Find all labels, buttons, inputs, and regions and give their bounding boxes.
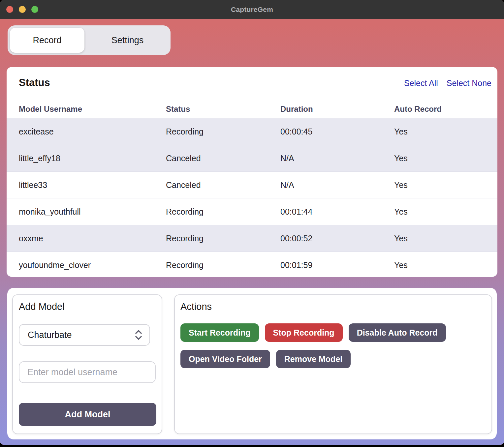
cell-model-username: excitease bbox=[12, 127, 159, 136]
site-select[interactable]: Chaturbate bbox=[19, 324, 150, 346]
status-title: Status bbox=[19, 77, 50, 89]
traffic-lights bbox=[6, 0, 38, 19]
cell-status: Recording bbox=[159, 260, 274, 270]
bottom-panel: Add Model Chaturbate Add Model Actions S… bbox=[7, 288, 497, 439]
close-button[interactable] bbox=[6, 6, 13, 13]
cell-auto-record: Yes bbox=[388, 260, 497, 270]
tab-record[interactable]: Record bbox=[10, 28, 84, 53]
actions-panel: Actions Start Recording Stop Recording D… bbox=[174, 294, 492, 434]
cell-model-username: littlee33 bbox=[12, 180, 159, 190]
site-select-value: Chaturbate bbox=[28, 330, 72, 340]
cell-model-username: oxxme bbox=[12, 234, 159, 243]
table-row[interactable]: monika_youthfull Recording 00:01:44 Yes bbox=[7, 198, 497, 225]
select-chevrons-icon bbox=[135, 329, 142, 341]
app-window: CaptureGem Record Settings Status Select… bbox=[0, 0, 504, 445]
cell-duration: N/A bbox=[274, 180, 388, 190]
table-row[interactable]: oxxme Recording 00:00:52 Yes bbox=[7, 225, 497, 252]
cell-duration: 00:00:45 bbox=[274, 127, 388, 136]
table-row[interactable]: excitease Recording 00:00:45 Yes bbox=[7, 118, 497, 145]
status-header: Status Select All Select None bbox=[7, 77, 497, 91]
cell-status: Recording bbox=[159, 127, 274, 136]
tab-bar: Record Settings bbox=[8, 25, 171, 55]
open-video-folder-button[interactable]: Open Video Folder bbox=[180, 350, 270, 368]
disable-auto-record-button[interactable]: Disable Auto Record bbox=[349, 323, 446, 342]
titlebar: CaptureGem bbox=[0, 0, 504, 19]
cell-auto-record: Yes bbox=[388, 154, 497, 163]
main-content: Record Settings Status Select All Select… bbox=[0, 25, 504, 445]
zoom-button[interactable] bbox=[31, 6, 38, 13]
cell-duration: N/A bbox=[274, 154, 388, 163]
table-row[interactable]: youfoundme_clover Recording 00:01:59 Yes bbox=[7, 252, 497, 277]
action-buttons: Start Recording Stop Recording Disable A… bbox=[180, 323, 486, 368]
model-username-input[interactable] bbox=[19, 361, 156, 383]
cell-auto-record: Yes bbox=[388, 180, 497, 190]
cell-duration: 00:01:44 bbox=[274, 207, 388, 217]
cell-auto-record: Yes bbox=[388, 127, 497, 136]
cell-status: Recording bbox=[159, 207, 274, 217]
cell-model-username: youfoundme_clover bbox=[12, 260, 159, 270]
add-model-title: Add Model bbox=[19, 300, 156, 313]
window-title: CaptureGem bbox=[231, 6, 273, 14]
minimize-button[interactable] bbox=[19, 6, 26, 13]
selection-links: Select All Select None bbox=[404, 78, 491, 88]
cell-status: Canceled bbox=[159, 154, 274, 163]
add-model-button[interactable]: Add Model bbox=[19, 403, 156, 426]
select-all-link[interactable]: Select All bbox=[404, 78, 438, 88]
cell-model-username: monika_youthfull bbox=[12, 207, 159, 217]
remove-model-button[interactable]: Remove Model bbox=[276, 350, 351, 368]
cell-duration: 00:00:52 bbox=[274, 234, 388, 243]
cell-auto-record: Yes bbox=[388, 234, 497, 243]
cell-status: Canceled bbox=[159, 180, 274, 190]
column-header-duration: Duration bbox=[274, 104, 388, 114]
cell-model-username: little_effy18 bbox=[12, 154, 159, 163]
column-header-auto-record: Auto Record bbox=[388, 104, 497, 114]
cell-duration: 00:01:59 bbox=[274, 260, 388, 270]
table-header-row: Model Username Status Duration Auto Reco… bbox=[7, 100, 497, 118]
actions-title: Actions bbox=[180, 300, 486, 313]
select-none-link[interactable]: Select None bbox=[447, 78, 491, 88]
start-recording-button[interactable]: Start Recording bbox=[180, 323, 259, 342]
column-header-status: Status bbox=[159, 104, 274, 114]
status-panel: Status Select All Select None Model User… bbox=[7, 67, 497, 277]
tab-settings[interactable]: Settings bbox=[84, 28, 171, 53]
table-row[interactable]: littlee33 Canceled N/A Yes bbox=[7, 172, 497, 198]
column-header-model-username: Model Username bbox=[12, 104, 159, 114]
table-row[interactable]: little_effy18 Canceled N/A Yes bbox=[7, 145, 497, 172]
cell-status: Recording bbox=[159, 234, 274, 243]
stop-recording-button[interactable]: Stop Recording bbox=[265, 323, 343, 342]
cell-auto-record: Yes bbox=[388, 207, 497, 217]
add-model-panel: Add Model Chaturbate Add Model bbox=[12, 294, 162, 434]
